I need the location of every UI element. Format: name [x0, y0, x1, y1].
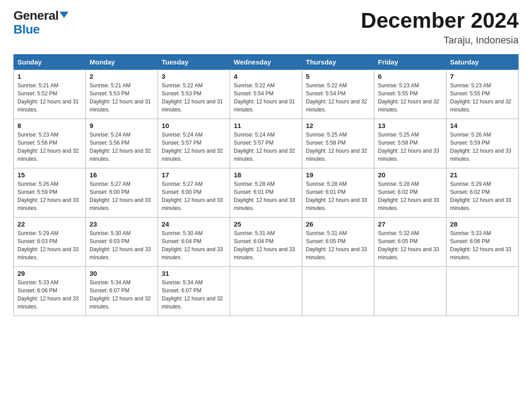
logo-triangle-icon [60, 12, 69, 18]
day-cell: 13 Sunrise: 5:25 AMSunset: 5:58 PMDaylig… [374, 119, 446, 168]
day-number: 12 [306, 122, 370, 129]
header-thursday: Thursday [302, 54, 374, 69]
day-number: 14 [450, 122, 515, 129]
logo: General Blue [13, 9, 69, 37]
day-cell: 21 Sunrise: 5:29 AMSunset: 6:02 PMDaylig… [446, 168, 519, 217]
day-number: 26 [306, 220, 370, 228]
day-cell: 23 Sunrise: 5:30 AMSunset: 6:03 PMDaylig… [86, 217, 158, 266]
day-info: Sunrise: 5:22 AMSunset: 5:54 PMDaylight:… [234, 82, 295, 113]
header-tuesday: Tuesday [158, 54, 230, 69]
day-info: Sunrise: 5:23 AMSunset: 5:56 PMDaylight:… [17, 132, 79, 162]
day-cell: 25 Sunrise: 5:31 AMSunset: 6:04 PMDaylig… [230, 217, 302, 266]
day-cell: 20 Sunrise: 5:28 AMSunset: 6:02 PMDaylig… [374, 168, 446, 217]
title-section: December 2024 Taraju, Indonesia [361, 9, 519, 46]
day-info: Sunrise: 5:29 AMSunset: 6:03 PMDaylight:… [17, 230, 79, 261]
day-number: 19 [306, 171, 370, 179]
day-info: Sunrise: 5:30 AMSunset: 6:03 PMDaylight:… [90, 230, 151, 261]
day-cell: 24 Sunrise: 5:30 AMSunset: 6:04 PMDaylig… [158, 217, 230, 266]
day-number: 1 [17, 73, 82, 80]
day-cell: 18 Sunrise: 5:28 AMSunset: 6:01 PMDaylig… [230, 168, 302, 217]
day-number: 31 [162, 270, 226, 277]
day-number: 24 [162, 220, 226, 228]
day-number: 16 [90, 171, 154, 179]
location-subtitle: Taraju, Indonesia [361, 34, 519, 46]
day-cell: 28 Sunrise: 5:33 AMSunset: 6:06 PMDaylig… [446, 217, 519, 266]
day-info: Sunrise: 5:28 AMSunset: 6:02 PMDaylight:… [378, 181, 439, 211]
day-number: 10 [162, 122, 226, 129]
day-number: 29 [17, 270, 82, 277]
day-number: 22 [17, 220, 82, 228]
day-cell: 3 Sunrise: 5:22 AMSunset: 5:53 PMDayligh… [158, 69, 230, 119]
day-cell [302, 266, 374, 316]
day-number: 11 [234, 122, 298, 129]
day-number: 27 [378, 220, 442, 228]
day-info: Sunrise: 5:22 AMSunset: 5:54 PMDaylight:… [306, 82, 367, 113]
day-cell: 15 Sunrise: 5:26 AMSunset: 5:59 PMDaylig… [14, 168, 86, 217]
day-info: Sunrise: 5:32 AMSunset: 6:05 PMDaylight:… [378, 230, 439, 261]
day-info: Sunrise: 5:34 AMSunset: 6:07 PMDaylight:… [162, 279, 223, 310]
day-info: Sunrise: 5:34 AMSunset: 6:07 PMDaylight:… [90, 279, 151, 310]
day-info: Sunrise: 5:31 AMSunset: 6:04 PMDaylight:… [234, 230, 295, 261]
day-number: 3 [162, 73, 226, 80]
day-info: Sunrise: 5:33 AMSunset: 6:06 PMDaylight:… [17, 279, 79, 310]
day-info: Sunrise: 5:24 AMSunset: 5:57 PMDaylight:… [234, 132, 295, 162]
header-friday: Friday [374, 54, 446, 69]
day-info: Sunrise: 5:27 AMSunset: 6:00 PMDaylight:… [162, 181, 223, 211]
day-cell: 19 Sunrise: 5:28 AMSunset: 6:01 PMDaylig… [302, 168, 374, 217]
day-cell: 8 Sunrise: 5:23 AMSunset: 5:56 PMDayligh… [14, 119, 86, 168]
day-number: 5 [306, 73, 370, 80]
header-saturday: Saturday [446, 54, 519, 69]
day-info: Sunrise: 5:25 AMSunset: 5:58 PMDaylight:… [306, 132, 367, 162]
day-cell: 17 Sunrise: 5:27 AMSunset: 6:00 PMDaylig… [158, 168, 230, 217]
day-info: Sunrise: 5:25 AMSunset: 5:58 PMDaylight:… [378, 132, 439, 162]
day-info: Sunrise: 5:24 AMSunset: 5:56 PMDaylight:… [90, 132, 151, 162]
calendar-header-row: SundayMondayTuesdayWednesdayThursdayFrid… [14, 54, 519, 69]
month-year-title: December 2024 [361, 9, 519, 33]
day-number: 9 [90, 122, 154, 129]
day-cell: 22 Sunrise: 5:29 AMSunset: 6:03 PMDaylig… [14, 217, 86, 266]
day-info: Sunrise: 5:23 AMSunset: 5:55 PMDaylight:… [378, 82, 439, 113]
day-cell: 26 Sunrise: 5:31 AMSunset: 6:05 PMDaylig… [302, 217, 374, 266]
day-info: Sunrise: 5:21 AMSunset: 5:53 PMDaylight:… [90, 82, 151, 113]
day-cell [446, 266, 519, 316]
day-info: Sunrise: 5:24 AMSunset: 5:57 PMDaylight:… [162, 132, 223, 162]
header-sunday: Sunday [14, 54, 86, 69]
day-cell: 9 Sunrise: 5:24 AMSunset: 5:56 PMDayligh… [86, 119, 158, 168]
day-cell: 10 Sunrise: 5:24 AMSunset: 5:57 PMDaylig… [158, 119, 230, 168]
day-number: 28 [450, 220, 515, 228]
day-cell: 4 Sunrise: 5:22 AMSunset: 5:54 PMDayligh… [230, 69, 302, 119]
day-cell: 31 Sunrise: 5:34 AMSunset: 6:07 PMDaylig… [158, 266, 230, 316]
day-info: Sunrise: 5:30 AMSunset: 6:04 PMDaylight:… [162, 230, 223, 261]
day-info: Sunrise: 5:31 AMSunset: 6:05 PMDaylight:… [306, 230, 367, 261]
header-monday: Monday [86, 54, 158, 69]
week-row-5: 29 Sunrise: 5:33 AMSunset: 6:06 PMDaylig… [14, 266, 519, 316]
day-cell: 2 Sunrise: 5:21 AMSunset: 5:53 PMDayligh… [86, 69, 158, 119]
day-number: 20 [378, 171, 442, 179]
day-cell: 5 Sunrise: 5:22 AMSunset: 5:54 PMDayligh… [302, 69, 374, 119]
day-number: 23 [90, 220, 154, 228]
page-header: General Blue December 2024 Taraju, Indon… [13, 9, 519, 46]
logo-blue-text: Blue [13, 23, 69, 37]
week-row-1: 1 Sunrise: 5:21 AMSunset: 5:52 PMDayligh… [14, 69, 519, 119]
day-number: 13 [378, 122, 442, 129]
day-number: 2 [90, 73, 154, 80]
day-info: Sunrise: 5:33 AMSunset: 6:06 PMDaylight:… [450, 230, 511, 261]
day-number: 30 [90, 270, 154, 277]
day-cell: 29 Sunrise: 5:33 AMSunset: 6:06 PMDaylig… [14, 266, 86, 316]
logo-general-text: General [13, 9, 59, 23]
day-number: 17 [162, 171, 226, 179]
day-cell: 7 Sunrise: 5:23 AMSunset: 5:55 PMDayligh… [446, 69, 519, 119]
day-cell [230, 266, 302, 316]
day-number: 7 [450, 73, 515, 80]
calendar-table: SundayMondayTuesdayWednesdayThursdayFrid… [13, 54, 519, 316]
day-number: 15 [17, 171, 82, 179]
day-info: Sunrise: 5:23 AMSunset: 5:55 PMDaylight:… [450, 82, 511, 113]
day-cell: 12 Sunrise: 5:25 AMSunset: 5:58 PMDaylig… [302, 119, 374, 168]
day-info: Sunrise: 5:27 AMSunset: 6:00 PMDaylight:… [90, 181, 151, 211]
day-info: Sunrise: 5:21 AMSunset: 5:52 PMDaylight:… [17, 82, 79, 113]
day-cell: 27 Sunrise: 5:32 AMSunset: 6:05 PMDaylig… [374, 217, 446, 266]
week-row-4: 22 Sunrise: 5:29 AMSunset: 6:03 PMDaylig… [14, 217, 519, 266]
day-info: Sunrise: 5:22 AMSunset: 5:53 PMDaylight:… [162, 82, 223, 113]
day-number: 25 [234, 220, 298, 228]
day-cell: 6 Sunrise: 5:23 AMSunset: 5:55 PMDayligh… [374, 69, 446, 119]
